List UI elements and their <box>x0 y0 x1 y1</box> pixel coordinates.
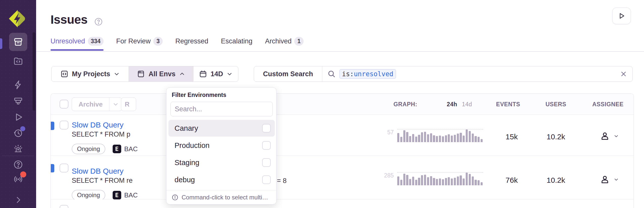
env-option-label: debug <box>175 176 262 184</box>
flamegraph-icon <box>13 96 23 106</box>
chevron-right-icon <box>13 195 23 205</box>
issue-sparkline: 57 <box>379 129 483 142</box>
tabs-divider <box>36 51 644 52</box>
env-option-checkbox[interactable] <box>262 124 271 133</box>
select-all-checkbox[interactable] <box>60 100 68 109</box>
env-option-debug[interactable]: debug <box>168 171 275 188</box>
crons-badge-dot <box>20 126 25 131</box>
sidebar-item-issues[interactable] <box>9 33 27 51</box>
sidebar-item-help[interactable] <box>9 157 27 172</box>
issue-row-partial[interactable] <box>51 199 634 207</box>
events-count: 15k <box>490 133 533 141</box>
issue-checkbox[interactable] <box>60 121 68 129</box>
env-option-production[interactable]: Production <box>168 137 275 154</box>
issue-sparkline: 285 <box>379 172 483 185</box>
status-badge: Ongoing <box>72 144 105 154</box>
env-option-checkbox[interactable] <box>262 158 271 167</box>
unread-indicator <box>51 122 54 130</box>
archive-button-group: Archive <box>72 97 122 111</box>
env-option-staging[interactable]: Staging <box>168 154 275 171</box>
environment-search-input[interactable] <box>170 102 273 116</box>
project-icon <box>60 70 69 78</box>
column-header-events: EVENTS <box>487 101 530 108</box>
demo-tour-button[interactable] <box>612 8 631 24</box>
sidebar-collapse-button[interactable] <box>9 192 27 208</box>
sentry-logo[interactable] <box>8 9 28 29</box>
play-icon <box>13 112 23 122</box>
sidebar-item-alerts[interactable] <box>9 141 27 157</box>
sidebar-item-performance[interactable] <box>9 77 27 93</box>
graph-period-24h[interactable]: 24h <box>447 101 457 108</box>
sparkline-max-label: 285 <box>379 172 394 178</box>
environment-dropdown: Filter Environments Canary Production St… <box>166 87 277 204</box>
env-option-checkbox[interactable] <box>262 141 271 150</box>
tab-count-badge: 1 <box>294 37 304 46</box>
page-filter-bar: My Projects All Envs <box>51 66 238 82</box>
tab-archived[interactable]: Archived 1 <box>265 37 304 51</box>
search-input[interactable]: is:unresolved <box>322 66 615 82</box>
sidebar <box>0 0 36 208</box>
sidebar-item-whats-new[interactable] <box>9 171 27 187</box>
folder-code-icon <box>13 56 23 66</box>
issues-table: Archive R GRAPH: 24h 14d EVENTS USERS AS… <box>51 93 634 208</box>
archive-button[interactable]: Archive <box>72 98 109 111</box>
tab-for-review[interactable]: For Review 3 <box>116 37 163 51</box>
projects-filter-button[interactable]: My Projects <box>52 66 129 82</box>
resolve-button[interactable]: R <box>121 97 136 111</box>
environments-filter-button[interactable]: All Envs <box>129 66 193 82</box>
custom-search-button[interactable]: Custom Search <box>254 66 322 82</box>
environments-filter-label: All Envs <box>148 70 176 78</box>
date-range-filter-button[interactable]: 14D <box>193 66 238 82</box>
assignee-selector[interactable] <box>600 131 619 141</box>
events-count: 76k <box>490 176 533 185</box>
sidebar-scrollbar[interactable] <box>33 32 35 111</box>
tab-label: Archived <box>265 37 291 45</box>
tab-count-badge: 334 <box>88 37 104 46</box>
users-count: 10.2k <box>534 176 577 185</box>
env-option-checkbox[interactable] <box>262 175 271 184</box>
projects-filter-label: My Projects <box>72 70 110 78</box>
page-title: Issues <box>51 13 87 27</box>
date-range-label: 14D <box>211 70 223 78</box>
tab-regressed[interactable]: Regressed <box>175 37 208 51</box>
sidebar-item-crons[interactable] <box>9 125 27 141</box>
page-help-icon[interactable] <box>94 17 103 26</box>
search-clear-button[interactable] <box>615 66 632 82</box>
chevron-down-icon <box>613 177 619 182</box>
graph-period-14d[interactable]: 14d <box>462 101 472 108</box>
platform-icon: E <box>113 191 121 199</box>
custom-search-label: Custom Search <box>263 70 313 78</box>
sidebar-item-profiling[interactable] <box>9 93 27 109</box>
tab-unresolved[interactable]: Unresolved 334 <box>51 37 104 51</box>
status-badge: Ongoing <box>72 190 105 200</box>
tab-escalating[interactable]: Escalating <box>221 37 253 51</box>
sparkline-plot <box>397 129 483 142</box>
token-key: is: <box>342 70 354 78</box>
search-token[interactable]: is:unresolved <box>339 69 396 79</box>
assignee-selector[interactable] <box>600 174 619 185</box>
unread-indicator <box>51 164 54 172</box>
issue-row[interactable]: Slow DB Query SELECT * FROM re Ongoing E… <box>51 156 634 199</box>
sidebar-divider <box>2 156 34 156</box>
issue-checkbox[interactable] <box>60 205 68 208</box>
chevron-down-icon <box>113 71 120 77</box>
search-icon <box>327 70 336 78</box>
sidebar-item-replays[interactable] <box>9 109 27 125</box>
env-option-canary[interactable]: Canary <box>168 120 275 137</box>
archive-dropdown-button[interactable] <box>109 98 122 111</box>
tab-label: Regressed <box>175 37 208 45</box>
env-option-label: Staging <box>175 159 262 167</box>
chevron-down-icon <box>226 71 233 77</box>
chevron-down-icon <box>613 133 619 139</box>
issue-checkbox[interactable] <box>60 164 68 172</box>
play-icon <box>618 12 625 20</box>
issues-table-header: Archive R GRAPH: 24h 14d EVENTS USERS AS… <box>51 94 634 115</box>
sparkline-bars <box>397 173 483 185</box>
info-icon <box>171 194 179 201</box>
project-name: BAC <box>124 191 138 199</box>
sidebar-item-projects[interactable] <box>9 53 27 69</box>
user-icon <box>600 174 610 185</box>
tab-label: Escalating <box>221 37 253 45</box>
column-header-users: USERS <box>534 101 577 108</box>
issue-row[interactable]: Slow DB Query SELECT * FROM p Ongoing E … <box>51 115 634 156</box>
